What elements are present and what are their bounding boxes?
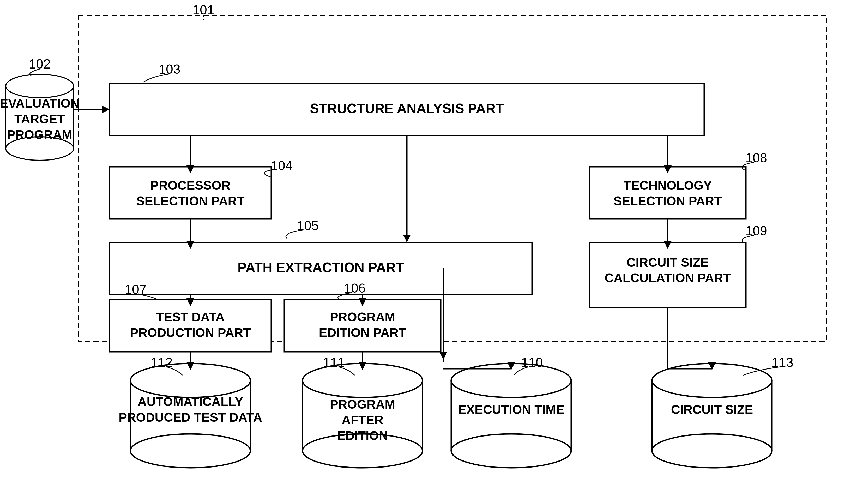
tech-sel-label: TECHNOLOGY xyxy=(624,179,712,192)
prog-edition-label2: EDITION PART xyxy=(319,326,406,340)
eval-target-label: EVALUATION xyxy=(0,96,79,110)
tech-sel-label2: SELECTION PART xyxy=(613,194,722,208)
svg-rect-10 xyxy=(589,167,746,219)
svg-rect-9 xyxy=(109,167,271,219)
circuit-size-label: CIRCUIT SIZE xyxy=(671,403,753,416)
circuit-calc-label2: CALCULATION PART xyxy=(605,271,731,285)
prog-edition-label: PROGRAM xyxy=(330,310,395,324)
structure-analysis-label: STRUCTURE ANALYSIS PART xyxy=(310,101,504,116)
auto-test-label2: PRODUCED TEST DATA xyxy=(119,411,262,424)
ref-110: 110 xyxy=(521,355,543,370)
svg-marker-7 xyxy=(102,106,109,113)
test-data-prod-label2: PRODUCTION PART xyxy=(130,326,250,340)
diagram-container: 101 102 EVALUATION TARGET PROGRAM STRUCT… xyxy=(0,0,851,504)
processor-sel-label2: SELECTION PART xyxy=(136,194,244,208)
prog-after-label: PROGRAM xyxy=(330,397,395,411)
ref-103: 103 xyxy=(159,62,180,77)
svg-marker-62 xyxy=(439,352,447,360)
ref-104: 104 xyxy=(271,159,292,173)
ref-101: 101 xyxy=(192,3,214,17)
prog-after-label3: EDITION xyxy=(337,429,388,443)
svg-point-52 xyxy=(652,434,772,468)
svg-point-32 xyxy=(131,434,250,468)
eval-target-label2: TARGET xyxy=(14,112,65,126)
path-extraction-label: PATH EXTRACTION PART xyxy=(238,260,404,275)
eval-target-label3: PROGRAM xyxy=(7,128,72,142)
prog-after-label2: AFTER xyxy=(342,413,383,427)
svg-marker-14 xyxy=(403,235,411,242)
processor-sel-label: PROCESSOR xyxy=(151,179,230,192)
test-data-prod-label: TEST DATA xyxy=(156,310,225,324)
exec-time-label: EXECUTION TIME xyxy=(458,403,565,416)
svg-point-2 xyxy=(6,74,73,98)
circuit-calc-label: CIRCUIT SIZE xyxy=(627,255,709,269)
auto-test-label: AUTOMATICALLY xyxy=(138,395,243,409)
svg-point-44 xyxy=(451,434,571,468)
